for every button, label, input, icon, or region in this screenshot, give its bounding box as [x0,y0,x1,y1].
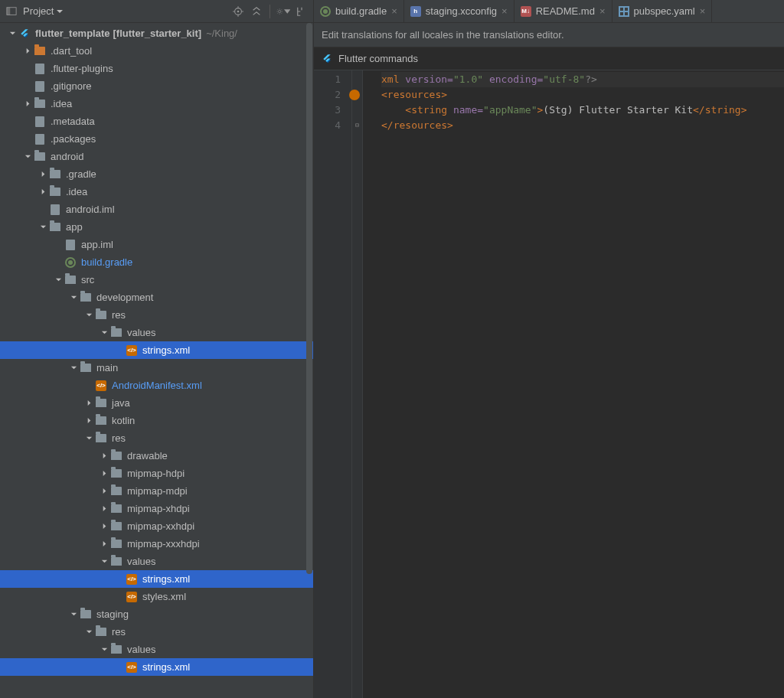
expand-arrow-icon[interactable] [100,487,109,496]
editor-tab-readme-md[interactable]: M↓README.md× [514,0,612,22]
tree-item--gradle[interactable]: .gradle [0,165,313,183]
tree-item-mipmap-xxxhdpi[interactable]: mipmap-xxxhdpi [0,535,313,553]
expand-arrow-icon[interactable] [23,99,32,109]
expand-arrow-icon[interactable] [23,47,32,56]
tree-item-values[interactable]: values [0,553,313,570]
tree-item-build-gradle[interactable]: build.gradle [0,253,313,271]
line-number[interactable]: 1 [314,72,341,87]
line-number[interactable]: 3 [314,103,341,118]
tree-item-mipmap-xxhdpi[interactable]: mipmap-xxhdpi [0,517,313,535]
tree-item--flutter-plugins[interactable]: .flutter-plugins [0,60,313,77]
close-icon[interactable]: × [501,5,508,17]
expand-arrow-icon[interactable] [84,628,93,637]
scrollbar-thumb[interactable] [306,23,312,574]
tree-item-label: app [66,221,83,233]
flutter-icon [322,54,332,64]
editor-tab-pubspec-yaml[interactable]: pubspec.yaml× [612,0,713,22]
expand-arrow-icon[interactable] [100,504,109,514]
tree-item-values[interactable]: values [0,324,313,341]
locate-icon[interactable] [231,0,245,23]
line-number-gutter[interactable]: 1234 [314,70,352,698]
tree-item-res[interactable]: res [0,623,313,641]
tree-item--metadata[interactable]: .metadata [0,113,313,130]
hide-icon[interactable] [295,0,309,23]
close-icon[interactable]: × [700,5,706,17]
tree-item-staging[interactable]: staging [0,605,313,623]
editor-tab-staging-xcconfig[interactable]: hstaging.xcconfig× [404,0,514,22]
editor-tab-build-gradle[interactable]: build.gradle× [314,0,404,22]
tree-item-mipmap-hdpi[interactable]: mipmap-hdpi [0,465,313,482]
expand-arrow-icon[interactable] [69,293,78,302]
line-number[interactable]: 2 [314,87,341,103]
folder-icon [80,608,92,621]
flutter-commands-bar[interactable]: Flutter commands [314,47,784,70]
expand-arrow-icon[interactable] [69,364,78,373]
code-content[interactable]: xml version="1.0" encoding="utf-8"?><res… [363,70,784,698]
tree-item-app[interactable]: app [0,218,313,236]
tree-item-styles-xml[interactable]: </>styles.xml [0,588,313,605]
expand-arrow-icon[interactable] [23,152,32,161]
translations-banner[interactable]: Edit translations for all locales in the… [314,23,784,47]
tree-item-development[interactable]: development [0,289,313,306]
expand-arrow-icon[interactable] [100,452,109,461]
expand-arrow-icon [38,205,47,214]
expand-arrow-icon[interactable] [100,645,109,654]
tree-item-java[interactable]: java [0,394,313,412]
expand-arrow-icon[interactable] [100,469,109,478]
expand-arrow-icon[interactable] [84,399,93,408]
collapse-all-icon[interactable] [250,0,263,23]
tree-item--gitignore[interactable]: .gitignore [0,77,313,95]
tree-item-src[interactable]: src [0,271,313,289]
tree-item-android-iml[interactable]: android.iml [0,201,313,218]
tree-item-label: build.gradle [81,256,132,268]
expand-arrow-icon[interactable] [100,557,109,566]
close-icon[interactable]: × [599,5,606,17]
tree-item-label: values [127,556,156,567]
expand-arrow-icon[interactable] [54,276,63,285]
expand-arrow-icon[interactable] [84,416,93,426]
close-icon[interactable]: × [391,5,397,17]
expand-arrow-icon[interactable] [100,522,109,531]
tree-item-kotlin[interactable]: kotlin [0,412,313,429]
tree-item--packages[interactable]: .packages [0,130,313,148]
fold-gutter[interactable]: ⊟ ⊟ [352,70,363,698]
expand-arrow-icon[interactable] [69,610,78,619]
expand-arrow-icon[interactable] [8,29,17,38]
tree-item-res[interactable]: res [0,429,313,447]
tree-item-android[interactable]: android [0,148,313,165]
tree-item-main[interactable]: main [0,359,313,377]
tree-item-values[interactable]: values [0,641,313,658]
tree-item-androidmanifest-xml[interactable]: </>AndroidManifest.xml [0,377,313,394]
expand-arrow-icon [23,117,32,126]
tree-item-label: development [96,292,153,303]
settings-icon[interactable] [276,0,290,23]
sidebar-title[interactable]: Project [23,5,63,17]
project-view-icon[interactable] [5,0,18,23]
scrollbar-track[interactable] [305,23,313,698]
tree-item-app-iml[interactable]: app.iml [0,236,313,253]
tab-label: build.gradle [335,5,387,17]
tree-item--idea[interactable]: .idea [0,95,313,113]
expand-arrow-icon[interactable] [84,311,93,320]
tree-item-mipmap-xhdpi[interactable]: mipmap-xhdpi [0,500,313,517]
project-tree[interactable]: flutter_template[flutter_starter_kit]~/K… [0,23,313,698]
expand-arrow-icon[interactable] [100,540,109,549]
tree-item-label: .gradle [66,168,96,180]
tree-item-drawable[interactable]: drawable [0,447,313,465]
tree-item--idea[interactable]: .idea [0,183,313,201]
tree-item-strings-xml[interactable]: </>strings.xml [0,658,313,676]
expand-arrow-icon[interactable] [84,434,93,443]
file-grey-icon [34,63,46,75]
tree-item-strings-xml[interactable]: </>strings.xml [0,341,313,359]
tree-item-flutter-template[interactable]: flutter_template[flutter_starter_kit]~/K… [0,24,313,42]
expand-arrow-icon[interactable] [100,328,109,338]
line-number[interactable]: 4 [314,118,341,133]
tree-item-strings-xml[interactable]: </>strings.xml [0,570,313,588]
tree-item-mipmap-mdpi[interactable]: mipmap-mdpi [0,482,313,500]
expand-arrow-icon[interactable] [38,188,47,197]
expand-arrow-icon[interactable] [38,223,47,232]
flutter-icon [18,28,31,40]
tree-item-res[interactable]: res [0,306,313,324]
tree-item--dart-tool[interactable]: .dart_tool [0,42,313,60]
expand-arrow-icon[interactable] [38,170,47,179]
